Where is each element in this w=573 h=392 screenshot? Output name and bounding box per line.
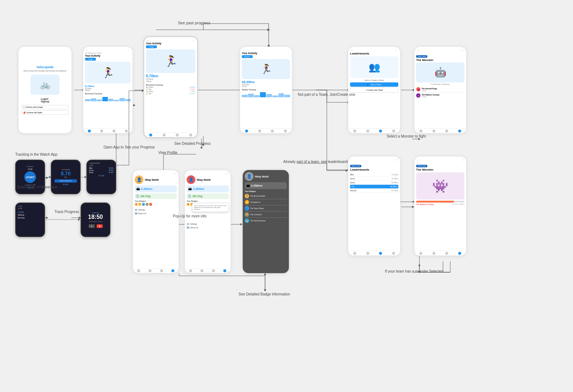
activity2-title: Your Activity [146,42,195,45]
screen-profile1: if⊙ 👤 Nilay Nishit 🏔 2,356km ⚖️ 282.72kg… [133,170,179,273]
screen-monster1: if⊙ Team Level The Monster 🤖 No Monster … [414,46,467,134]
activity1-title: Your Activity [85,54,131,57]
label-detailed-badge: See Detailed Badge Information [239,292,290,296]
watch-duration: DURATION 18:50 12:13 km/h ⊙ 5.8 km ⏸ ⏹ [81,203,110,237]
activity1-cal: 145cal [85,90,131,91]
leaderboard-row-5: Hannah64.70km [350,189,398,193]
label-view-profile: View Profile [158,151,178,155]
label-see-past-progress: See past progress [178,21,210,25]
leaderboard-row-you: You68.98km [350,185,398,189]
join-team-btn[interactable]: Join a Team [370,83,381,86]
lb2-title: Leaderboards [350,168,398,171]
label-see-detailed-progress: See Detailed Progress [174,142,211,146]
lb1-title: Leaderboards [350,52,398,55]
screen-monster2: if⊙ Team Level The Monster 👾 The Balloon… [414,156,467,256]
monster2-title: The Monster [416,168,464,171]
activity3-km: 68.98km [242,80,290,84]
screen-login: Velocipede Move around and compete with … [18,46,72,134]
watch-activity-type: < Back 11:08 Cycling Walking Running [15,203,45,237]
label-already-part-team: Already part of a team, see leaderboards [283,160,349,164]
label-tracking-watch: Tracking in the Watch App [15,152,57,156]
label-open-app: Open App to See your Progress [103,145,155,149]
activity3-title: Your Activity [242,52,290,54]
screen-leaderboards2: if⊙ Team Level Leaderboards Mike74.32km … [348,156,401,256]
label-not-part-team: Not part of a Team, Join/Create one [298,93,355,97]
label-select-type: Select Type of Movement [17,185,58,189]
screen-activity3: if⋯ Your Activity WEEKLY 🏃‍♀️ 68.98km 23… [240,46,292,134]
start-workout-btn[interactable]: START WORKOUT [54,179,77,183]
label-track-progress: Track Progress [54,210,79,214]
monster1-title: The Monster [416,58,464,62]
leaderboard-row-2: Jenna70.29km [350,177,398,181]
apple-btn[interactable]: Continue with Apple [26,111,42,114]
screen-activity1: if⋯ No Movement Today Your Activity TODA… [83,46,133,134]
screen-profile3: 👤 Nilay Nishit 🏔 2,356km Your Badges 🥉 T… [243,170,289,273]
screen-leaderboards1: if⊙ Leaderboards 👥 Join or Create a Team… [348,46,401,134]
leaderboard-row-1: Mike74.32km [350,173,398,177]
activity1-km: 8.70km [85,85,131,88]
screen-profile2: if⊙ 👤 Nilay Nishit 🏔 2,356km ⚖️ 282.72kg… [184,170,231,273]
screen-activity2: if⋯ Your Activity TODAY 🏃‍♀️ 8.70km 32:3… [143,36,198,138]
google-btn[interactable]: Continue with Google [25,106,43,108]
activity2-km: 8.70km [146,74,195,78]
label-if-team-monster: If your team has a monster Selected [385,269,443,273]
label-popup: Pop-Up for more info [173,214,207,218]
watch-leaderboard: LEADERBOARD 11:08 Mike95 Min Jenna85 Min… [86,160,116,194]
create-team-btn[interactable]: + Create new Team [350,87,398,93]
app-name: Velocipede [36,65,53,69]
watch-start-btn[interactable]: START [26,176,34,179]
label-select-monster: Select a Monster to fight [387,134,426,138]
app-tagline: Move around and compete with friends and… [24,70,66,72]
leaderboard-row-3: Sarah69.85km [350,181,398,185]
